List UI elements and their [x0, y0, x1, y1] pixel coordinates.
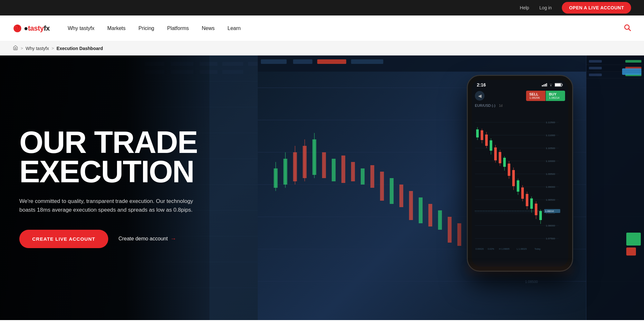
svg-text:1.11500: 1.11500: [546, 121, 555, 124]
phone-buy-btn[interactable]: BUY 1.08214: [546, 91, 565, 101]
hero-title: OUR TRADE EXECUTION: [19, 127, 200, 186]
phone-sell-buy-btns: SELL 1.08206 BUY 1.08214: [526, 91, 565, 101]
svg-rect-112: [494, 147, 497, 160]
phone-frame: 2:16 ◀ SELL 1.08206: [467, 75, 573, 272]
svg-rect-48: [389, 178, 393, 204]
svg-rect-130: [535, 204, 537, 215]
phone-pair-label: EUR/USD (-) 1d: [472, 103, 568, 109]
svg-text:1.08000: 1.08000: [546, 224, 555, 227]
hero-section: 1.11500 1.11000 1.10500 1.10000 1.09500 …: [0, 55, 644, 320]
svg-text:1.07500: 1.07500: [546, 237, 555, 240]
create-demo-account-link[interactable]: Create demo account →: [119, 236, 176, 242]
phone-trade-header: ◀ SELL 1.08206 BUY 1.08214: [472, 89, 568, 103]
svg-rect-55: [457, 223, 461, 246]
svg-rect-49: [399, 185, 403, 207]
svg-rect-74: [545, 84, 546, 86]
breadcrumb-current: Execution Dashboard: [57, 46, 103, 51]
breadcrumb-parent[interactable]: Why tastyfx: [26, 46, 49, 51]
breadcrumb-home-icon[interactable]: [13, 45, 18, 51]
svg-rect-110: [490, 140, 492, 151]
svg-rect-51: [418, 197, 422, 223]
right-trading-sidebar: [586, 55, 644, 320]
phone-signal: [542, 83, 563, 87]
svg-text:1.08500: 1.08500: [546, 198, 555, 201]
svg-text:1.09000: 1.09000: [546, 186, 555, 188]
help-link[interactable]: Help: [520, 5, 529, 10]
hero-content: OUR TRADE EXECUTION We're committed to q…: [0, 102, 219, 274]
logo[interactable]: ●tastyfx: [13, 24, 50, 33]
svg-text:1.08210: 1.08210: [545, 210, 554, 213]
search-icon[interactable]: [623, 24, 631, 33]
svg-rect-114: [499, 152, 501, 163]
svg-rect-78: [562, 84, 563, 86]
hero-buttons: CREATE LIVE ACCOUNT Create demo account …: [19, 230, 200, 248]
demo-arrow-icon: →: [170, 236, 176, 242]
svg-rect-45: [360, 168, 364, 185]
phone-chart-area: 1.11500 1.11000 1.10500 1.10000 1.09500 …: [472, 109, 568, 251]
svg-rect-70: [317, 59, 346, 64]
phone-time: 2:16: [477, 82, 486, 87]
nav-why-tastyfx[interactable]: Why tastyfx: [62, 22, 100, 35]
svg-rect-50: [409, 191, 413, 220]
svg-text:H 1.09895: H 1.09895: [499, 248, 509, 250]
phone-status-bar: 2:16: [472, 80, 568, 89]
logo-text: ●tastyfx: [24, 24, 50, 33]
breadcrumb: > Why tastyfx > Execution Dashboard: [0, 41, 644, 55]
nav-platforms[interactable]: Platforms: [162, 22, 194, 35]
svg-line-4: [629, 29, 631, 31]
svg-rect-75: [546, 83, 547, 86]
navbar: ●tastyfx Why tastyfx Markets Pricing Pla…: [0, 15, 644, 41]
svg-rect-104: [476, 129, 479, 137]
svg-point-76: [551, 86, 551, 86]
svg-rect-54: [447, 217, 451, 243]
nav-learn[interactable]: Learn: [222, 22, 246, 35]
nav-links: Why tastyfx Markets Pricing Platforms Ne…: [62, 22, 623, 35]
svg-text:1.11000: 1.11000: [546, 134, 555, 137]
svg-rect-68: [261, 59, 286, 64]
phone-mockup: 2:16 ◀ SELL 1.08206: [467, 75, 573, 278]
svg-rect-69: [293, 59, 312, 64]
create-live-account-button[interactable]: CREATE LIVE ACCOUNT: [19, 230, 108, 248]
svg-text:Today: Today: [534, 248, 541, 250]
svg-text:1.09500: 1.09500: [546, 173, 555, 176]
logo-icon: [13, 24, 22, 33]
phone-screen: 2:16 ◀ SELL 1.08206: [472, 80, 568, 267]
svg-rect-120: [512, 170, 515, 186]
svg-rect-71: [351, 59, 383, 64]
svg-rect-52: [428, 204, 432, 226]
breadcrumb-sep-2: >: [52, 46, 54, 51]
breadcrumb-sep-1: >: [21, 46, 23, 51]
svg-rect-79: [555, 84, 561, 86]
svg-rect-106: [481, 130, 483, 140]
svg-rect-43: [341, 156, 345, 183]
phone-chart-svg: 1.11500 1.11000 1.10500 1.10000 1.09500 …: [473, 109, 567, 251]
nav-markets[interactable]: Markets: [102, 22, 131, 35]
phone-hand-shadow: [467, 265, 573, 278]
svg-rect-116: [503, 158, 506, 167]
svg-rect-42: [332, 159, 335, 181]
svg-rect-44: [351, 162, 355, 181]
phone-sell-btn[interactable]: SELL 1.08206: [526, 91, 545, 101]
svg-rect-46: [370, 165, 374, 188]
top-bar: Help Log in OPEN A LIVE ACCOUNT: [0, 0, 644, 15]
svg-text:0.02%: 0.02%: [488, 248, 494, 250]
svg-rect-53: [438, 210, 442, 230]
svg-rect-126: [526, 194, 528, 206]
svg-text:0.00020: 0.00020: [476, 248, 484, 250]
nav-news[interactable]: News: [197, 22, 220, 35]
svg-text:1.08500: 1.08500: [525, 280, 538, 284]
svg-rect-122: [517, 180, 519, 192]
svg-rect-132: [539, 211, 542, 220]
nav-pricing[interactable]: Pricing: [133, 22, 159, 35]
svg-rect-18: [222, 62, 243, 66]
hero-subtitle: We're committed to quality, transparent …: [19, 197, 200, 214]
svg-rect-72: [542, 85, 543, 86]
svg-rect-47: [380, 172, 384, 201]
svg-rect-23: [222, 70, 243, 74]
svg-text:1.10000: 1.10000: [546, 160, 555, 163]
open-account-button[interactable]: OPEN A LIVE ACCOUNT: [562, 2, 631, 14]
login-link[interactable]: Log in: [539, 5, 552, 10]
svg-rect-41: [322, 152, 326, 178]
phone-back-btn[interactable]: ◀: [475, 91, 485, 101]
svg-rect-73: [543, 85, 544, 86]
